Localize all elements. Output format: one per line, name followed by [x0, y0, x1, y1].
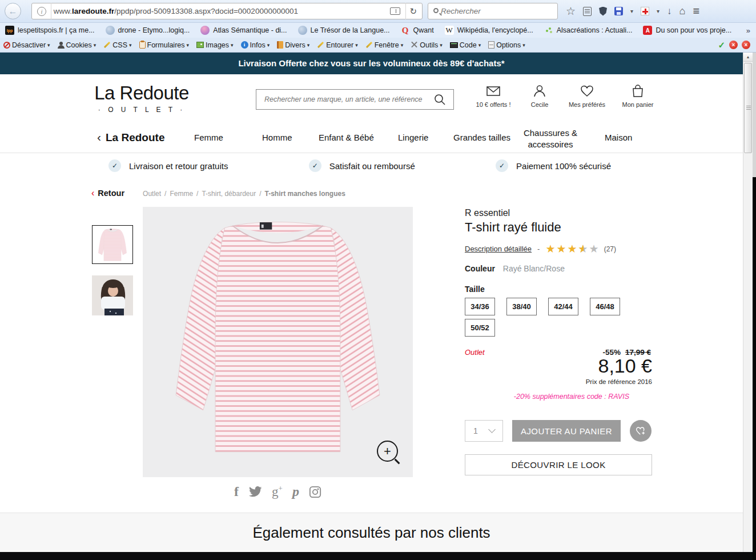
reader-mode-icon[interactable]: [390, 7, 400, 15]
shield-icon[interactable]: [599, 7, 607, 16]
bookmarks-sidebar-icon[interactable]: [583, 7, 592, 16]
current-price: 8,10 €: [598, 355, 652, 377]
facebook-icon[interactable]: f: [234, 484, 239, 499]
devtool-outils[interactable]: Outils▾: [411, 41, 442, 49]
breadcrumb-link[interactable]: Femme: [170, 190, 193, 198]
site-info-icon[interactable]: i: [37, 7, 46, 16]
cart[interactable]: Mon panier: [613, 83, 662, 108]
bookmark-item[interactable]: Alsacréations : Actuali...: [544, 26, 633, 35]
save-dropdown-caret[interactable]: ▾: [630, 8, 633, 14]
scrollbar-up-arrow[interactable]: ▲: [743, 53, 753, 62]
laredoute-logo[interactable]: La Redoute · O U T L E T ·: [93, 82, 191, 114]
bookmark-item[interactable]: Le Trésor de la Langue...: [298, 26, 390, 35]
bookmark-item[interactable]: Atlas Sémantique - di...: [200, 26, 287, 35]
addon-redcross-icon[interactable]: [641, 7, 649, 15]
chevron-left-icon: ‹: [97, 130, 101, 143]
quantity-select[interactable]: 1: [465, 420, 503, 442]
bookmark-item[interactable]: WWikipédia, l'encyclopé...: [445, 26, 533, 35]
nav-femme[interactable]: Femme: [194, 133, 223, 142]
account-label: Mes préférés: [561, 101, 613, 108]
discover-look-button[interactable]: DÉCOUVRIR LE LOOK: [465, 454, 652, 475]
bookmark-item[interactable]: ADu son pour vos proje...: [643, 26, 731, 35]
nav-laredoute[interactable]: ‹La Redoute: [97, 130, 164, 144]
devtool-divers[interactable]: Divers▾: [277, 41, 309, 49]
pinterest-icon[interactable]: p: [292, 484, 299, 499]
devtool-cookies[interactable]: Cookies▾: [58, 41, 96, 49]
home-icon[interactable]: ⌂: [679, 5, 686, 17]
devtool-desactiver[interactable]: Désactiver▾: [3, 41, 50, 49]
nav-grandes-tailles[interactable]: Grandes tailles: [453, 133, 510, 142]
validate-icon[interactable]: ✓: [718, 40, 725, 50]
bookmark-item[interactable]: QQwant: [401, 26, 434, 35]
reload-icon[interactable]: ↻: [409, 6, 417, 17]
thumbnail-product-flat[interactable]: [92, 225, 133, 264]
product-main-image[interactable]: +: [143, 207, 413, 477]
devtool-fenetre[interactable]: Fenêtre▾: [365, 41, 404, 49]
save-page-icon[interactable]: [614, 7, 623, 15]
product-brand[interactable]: R essentiel: [465, 208, 510, 218]
nav-enfant-bebe[interactable]: Enfant & Bébé: [319, 133, 374, 142]
devtool-infos[interactable]: iInfos▾: [241, 41, 270, 49]
size-option[interactable]: 38/40: [506, 298, 537, 315]
webdeveloper-toolbar: Désactiver▾ Cookies▾ CSS▾ Formulaires▾ I…: [0, 38, 756, 53]
instagram-icon[interactable]: [309, 486, 321, 498]
menu-icon[interactable]: ≡: [693, 5, 699, 18]
add-to-wishlist-button[interactable]: [630, 420, 652, 442]
site-search[interactable]: [256, 89, 454, 110]
description-link[interactable]: Description détaillée: [465, 245, 532, 253]
browser-search-input[interactable]: [441, 7, 538, 15]
site-search-input[interactable]: [256, 95, 433, 103]
review-count[interactable]: (27): [604, 245, 616, 253]
back-button[interactable]: ←: [5, 3, 21, 19]
breadcrumb-link[interactable]: T-shirt, débardeur: [202, 190, 256, 198]
outlet-label: Outlet: [465, 348, 485, 357]
addon-dropdown-caret[interactable]: ▾: [657, 8, 660, 14]
newsletter-offer[interactable]: 10 € offerts !: [468, 83, 518, 108]
error-icon[interactable]: ×: [742, 41, 750, 49]
promo-banner[interactable]: Livraison Offerte chez vous sur les volu…: [0, 53, 743, 74]
add-to-cart-button[interactable]: AJOUTER AU PANIER: [512, 420, 621, 442]
devtool-css[interactable]: CSS▾: [103, 41, 131, 49]
nav-homme[interactable]: Homme: [262, 133, 292, 142]
twitter-icon[interactable]: [248, 486, 262, 498]
thumbnail-model[interactable]: [92, 275, 133, 315]
devtool-formulaires[interactable]: Formulaires▾: [139, 41, 190, 49]
nav-chaussures-accessoires[interactable]: Chaussures & accessoires: [521, 127, 580, 150]
bookmark-item[interactable]: drone - Etymo...logiq...: [106, 26, 190, 35]
url-bar[interactable]: i www.laredoute.fr/ppdp/prod-500913308.a…: [31, 3, 423, 19]
back-link[interactable]: ‹Retour: [91, 188, 124, 198]
options-icon: [488, 41, 494, 49]
size-option[interactable]: 34/36: [465, 298, 495, 315]
nav-lingerie[interactable]: Lingerie: [398, 133, 428, 142]
caret-icon: ▾: [187, 42, 190, 48]
nav-maison[interactable]: Maison: [605, 133, 632, 142]
bookmark-star-icon[interactable]: ☆: [566, 5, 576, 18]
size-option[interactable]: 50/52: [465, 319, 495, 337]
browser-search[interactable]: [428, 3, 558, 19]
zoom-in-button[interactable]: +: [377, 441, 398, 462]
striped-tshirt-image: [143, 207, 413, 470]
error-icon[interactable]: ×: [729, 41, 738, 49]
breadcrumb-separator: /: [259, 190, 261, 198]
search-icon[interactable]: [433, 93, 447, 106]
wishlist[interactable]: Mes préférés: [561, 83, 613, 108]
size-option[interactable]: 46/48: [590, 298, 620, 315]
devtool-entourer[interactable]: Entourer▾: [317, 41, 357, 49]
account-user[interactable]: Cecile: [518, 83, 561, 108]
downloads-icon[interactable]: ↓: [667, 6, 672, 17]
scrollbar[interactable]: ▲: [743, 53, 753, 552]
devtool-options[interactable]: Options▾: [488, 41, 525, 49]
size-option[interactable]: 42/44: [548, 298, 578, 315]
bookmark-item[interactable]: lpplespetitspois.fr | ça me...: [5, 26, 95, 35]
url-text[interactable]: www.laredoute.fr/ppdp/prod-500913308.asp…: [51, 7, 385, 15]
devtool-code[interactable]: Code▾: [450, 41, 481, 49]
breadcrumb-link[interactable]: Outlet: [143, 190, 161, 198]
rating-stars[interactable]: ★ ★ ★ ★★ ★: [545, 242, 600, 255]
image-icon: [196, 42, 204, 48]
bookmarks-overflow[interactable]: »: [746, 26, 750, 35]
googleplus-icon[interactable]: g+: [272, 484, 283, 499]
breadcrumb-separator: /: [164, 190, 166, 198]
devtool-images[interactable]: Images▾: [196, 41, 234, 49]
account-label: Cecile: [518, 101, 561, 108]
scrollbar-thumb[interactable]: [744, 63, 752, 153]
